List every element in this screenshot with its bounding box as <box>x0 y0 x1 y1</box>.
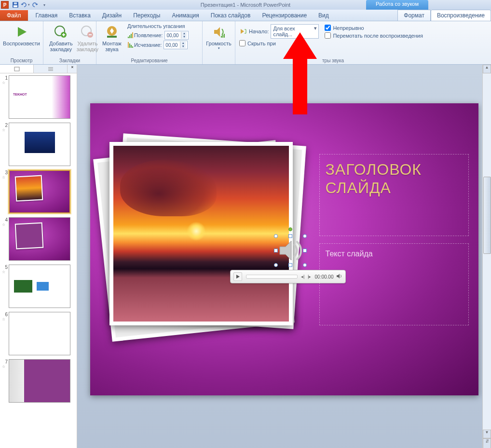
thumb-2[interactable] <box>9 123 70 166</box>
subtitle-placeholder[interactable]: Текст слайда <box>319 243 469 325</box>
resize-handle[interactable] <box>288 234 292 238</box>
tab-transitions[interactable]: Переходы <box>127 10 166 21</box>
tab-format[interactable]: Формат <box>397 10 431 21</box>
sunset-image <box>113 146 289 322</box>
scroll-down-button[interactable]: ▼ <box>483 430 491 438</box>
save-icon[interactable] <box>11 0 20 9</box>
thumbnails-list: 1☆ TEKHOT 2☆ 3☆ 4☆ 5☆ 6☆ 7☆ <box>0 73 77 448</box>
fade-title-label: Длительность угасания <box>127 23 189 29</box>
photo-stack[interactable] <box>109 142 302 340</box>
group-bookmarks-label: Закладки <box>43 58 96 63</box>
svg-rect-12 <box>132 32 133 38</box>
svg-rect-15 <box>131 45 132 48</box>
window-title: Презентация1 - Microsoft PowerPoint <box>201 2 290 8</box>
vertical-scrollbar[interactable]: ▲ ▼ ⭿ ⭽ <box>482 65 491 448</box>
slides-tab[interactable] <box>0 65 34 73</box>
svg-rect-19 <box>224 34 225 38</box>
resize-handle[interactable] <box>303 263 307 267</box>
svg-rect-14 <box>129 43 130 48</box>
svg-rect-2 <box>14 2 17 4</box>
group-audio-options-label: тры звука <box>322 58 344 63</box>
tab-animations[interactable]: Анимация <box>166 10 205 21</box>
svg-rect-17 <box>221 36 222 38</box>
scroll-thumb[interactable] <box>483 177 491 254</box>
audio-prev-button[interactable]: ◂| <box>300 274 306 279</box>
fade-out-icon <box>127 42 134 48</box>
trim-audio-button[interactable]: Монтаж звука <box>100 23 123 53</box>
svg-rect-16 <box>132 46 133 48</box>
main-area: × 1☆ TEKHOT 2☆ 3☆ 4☆ 5☆ 6☆ 7☆ <box>0 65 491 448</box>
scroll-up-button[interactable]: ▲ <box>483 65 491 73</box>
add-bookmark-button[interactable]: Добавить закладку <box>47 23 75 53</box>
fade-in-label: Появление: <box>134 32 163 38</box>
svg-rect-13 <box>128 42 129 48</box>
slide-canvas[interactable]: ◂| |▸ 00:00.00 ЗАГОЛОВОК СЛАЙДА Текст сл… <box>90 103 478 395</box>
tab-insert[interactable]: Вставка <box>63 10 96 21</box>
canvas-area[interactable]: ◂| |▸ 00:00.00 ЗАГОЛОВОК СЛАЙДА Текст сл… <box>77 65 491 448</box>
resize-handle[interactable] <box>303 234 307 238</box>
title-placeholder[interactable]: ЗАГОЛОВОК СЛАЙДА <box>319 154 469 236</box>
title-bar: P ▾ ▾ Презентация1 - Microsoft PowerPoin… <box>0 0 491 10</box>
audio-play-button[interactable] <box>233 272 242 281</box>
thumb-7[interactable] <box>9 359 70 403</box>
rewind-checkbox[interactable]: Перемотать после воспроизведения <box>325 32 423 39</box>
svg-rect-20 <box>14 67 19 71</box>
tab-slideshow[interactable]: Показ слайдов <box>205 10 257 21</box>
loop-checkbox[interactable]: Непрерывно <box>325 25 423 31</box>
file-tab[interactable]: Файл <box>0 10 28 21</box>
undo-icon[interactable]: ▾ <box>20 0 30 9</box>
speaker-icon <box>276 236 305 265</box>
svg-rect-10 <box>129 35 130 38</box>
annotation-arrow <box>281 30 319 117</box>
tab-home[interactable]: Главная <box>30 10 64 21</box>
tab-design[interactable]: Дизайн <box>96 10 127 21</box>
play-preview-button[interactable]: Воспроизвести <box>4 23 39 47</box>
qat-customize-icon[interactable]: ▾ <box>40 0 49 9</box>
thumb-4[interactable] <box>9 217 70 261</box>
rotate-handle[interactable] <box>288 227 292 231</box>
group-editing-label: Редактирование <box>96 58 202 63</box>
resize-handle[interactable] <box>274 249 278 252</box>
sound-object[interactable] <box>276 236 305 265</box>
fade-in-spinner[interactable]: 00,00▲▼ <box>164 31 189 40</box>
slide-panel: × 1☆ TEKHOT 2☆ 3☆ 4☆ 5☆ 6☆ 7☆ <box>0 65 77 448</box>
start-label: Начало: <box>249 28 269 34</box>
menu-bar: Файл Главная Вставка Дизайн Переходы Ани… <box>0 10 491 21</box>
prev-slide-button[interactable]: ⭿ <box>483 438 491 448</box>
svg-rect-1 <box>14 5 17 7</box>
app-icon: P <box>1 1 9 9</box>
thumb-6[interactable] <box>9 312 70 355</box>
panel-close-button[interactable]: × <box>68 65 77 73</box>
svg-rect-8 <box>107 36 117 38</box>
audio-progress[interactable] <box>246 275 298 279</box>
svg-rect-18 <box>222 35 223 38</box>
redo-icon[interactable] <box>30 0 40 9</box>
thumb-5[interactable] <box>9 265 70 308</box>
audio-next-button[interactable]: |▸ <box>306 274 313 279</box>
contextual-tab-header: Работа со звуком <box>366 0 428 10</box>
resize-handle[interactable] <box>288 263 292 267</box>
volume-button[interactable]: Громкость ▾ <box>206 23 231 51</box>
thumb-3[interactable] <box>9 170 70 213</box>
group-preview-label: Просмотр <box>0 58 43 63</box>
tab-playback[interactable]: Воспроизведение <box>431 10 491 21</box>
resize-handle[interactable] <box>274 234 278 238</box>
fade-out-spinner[interactable]: 00,00▲▼ <box>164 41 188 49</box>
fade-out-label: Исчезание: <box>134 42 162 48</box>
resize-handle[interactable] <box>274 263 278 267</box>
svg-rect-11 <box>131 34 132 38</box>
fade-in-icon <box>127 32 134 39</box>
svg-rect-9 <box>128 37 129 38</box>
resize-handle[interactable] <box>303 249 307 252</box>
tab-review[interactable]: Рецензирование <box>256 10 313 21</box>
ribbon: Воспроизвести Просмотр Добавить закладку… <box>0 21 491 65</box>
outline-tab[interactable] <box>34 65 68 73</box>
thumb-1[interactable]: TEKHOT <box>9 75 70 119</box>
tab-view[interactable]: Вид <box>313 10 335 21</box>
start-icon <box>239 28 247 35</box>
